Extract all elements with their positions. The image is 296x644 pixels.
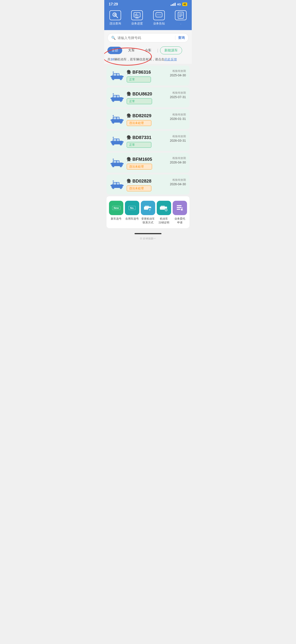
car-right-1: 检验有效期 2025-07-31 (170, 91, 186, 99)
service-cancel-cert[interactable]: 机动车注销证明 (156, 201, 171, 224)
car-status-4: 违法未处理 (127, 164, 152, 170)
car-left-1: 鲁 BDU8620 正常 (110, 91, 152, 104)
nav-item-docs[interactable]: . (175, 10, 187, 26)
car-card-3[interactable]: 鲁 BD87331 正常 检验有效期 2026-03-31 (107, 131, 189, 151)
inspection-label-2: 检验有效期 (170, 113, 186, 116)
car-status-3: 正常 (127, 142, 151, 148)
car-plate-2: 鲁 BD82029 (127, 113, 151, 119)
summary-section: 共10辆机动车，若车辆信息有误，请点击此处反馈 (104, 56, 192, 64)
service-label-new-car: 新车选号 (111, 217, 122, 221)
svg-point-92 (148, 208, 151, 212)
summary-prefix: 共 (107, 58, 111, 61)
svg-rect-70 (114, 161, 116, 163)
service-label-change-contact: 变更机动车联系方式 (141, 217, 155, 224)
services-grid: New 新车选号 No. 在用车选号 (109, 201, 187, 224)
svg-rect-46 (114, 117, 116, 119)
car-left-0: 鲁 BF86316 正常 (110, 69, 151, 82)
svg-rect-82 (114, 182, 116, 184)
car-plate-5: 鲁 BD02828 (127, 178, 151, 184)
service-used-car[interactable]: No. 在用车选号 (125, 201, 140, 224)
car-card-5[interactable]: 鲁 BD02828 违法未处理 检验有效期 2026-04-30 (107, 174, 189, 194)
car-left-5: 鲁 BD02828 违法未处理 (110, 178, 151, 191)
car-plate-0: 鲁 BF86316 (127, 69, 151, 75)
service-new-car[interactable]: New 新车选号 (109, 201, 124, 224)
car-right-3: 检验有效期 2026-03-31 (170, 134, 186, 142)
car-right-5: 检验有效期 2026-04-30 (170, 178, 186, 186)
svg-rect-61 (122, 141, 124, 142)
nav-label-violation: 违法查询 (109, 22, 121, 26)
car-card-2[interactable]: 鲁 BD82029 违法未处理 检验有效期 2026-01-31 (107, 109, 189, 129)
feedback-link[interactable]: 此处反馈 (164, 58, 177, 61)
search-icon: 🔍 (111, 36, 116, 40)
car-details-2: 鲁 BD82029 违法未处理 (127, 113, 151, 126)
header-nav: 违 违法查询 业务进度 业务告知 (104, 8, 192, 30)
watermark: O 10 科技新一 (104, 236, 192, 242)
cancel-cert-icon (157, 201, 171, 215)
inspection-date-1: 2025-07-31 (170, 95, 186, 99)
filter-tab-small[interactable]: 小车 (141, 47, 155, 54)
new-car-icon: New (109, 201, 123, 215)
car-details-0: 鲁 BF86316 正常 (127, 69, 151, 82)
service-entrust[interactable]: 业务委托申请 (172, 201, 187, 224)
nav-label-notice: 业务告知 (153, 22, 165, 26)
car-plate-3: 鲁 BD87331 (127, 134, 151, 140)
filter-tab-new-energy[interactable]: 新能源车 (160, 46, 182, 54)
svg-rect-35 (117, 96, 119, 98)
search-button[interactable]: 查询 (175, 36, 185, 40)
nav-item-violation[interactable]: 违 违法查询 (109, 10, 121, 26)
inspection-label-5: 检验有效期 (170, 178, 186, 182)
svg-line-105 (182, 208, 182, 208)
svg-rect-72 (111, 163, 112, 164)
svg-rect-22 (114, 74, 116, 76)
svg-point-90 (144, 207, 146, 209)
car-plate-1: 鲁 BDU8620 (127, 91, 152, 97)
violation-icon: 违 (109, 10, 121, 20)
svg-rect-104 (177, 209, 180, 210)
notice-icon (153, 10, 165, 20)
filter-tab-all[interactable]: 全部 (107, 47, 122, 54)
svg-rect-83 (117, 182, 119, 184)
car-card-4[interactable]: 鲁 BFM1605 违法未处理 检验有效期 2026-04-30 (107, 153, 189, 173)
car-right-0: 检验有效期 2025-04-30 (170, 69, 186, 77)
network-label: 4G (177, 3, 181, 6)
car-plate-4: 鲁 BFM1605 (127, 156, 152, 162)
car-status-2: 违法未处理 (127, 120, 151, 126)
svg-rect-103 (177, 207, 182, 208)
inspection-label-4: 检验有效期 (170, 156, 186, 160)
svg-rect-48 (111, 120, 112, 121)
status-time: 17:29 (109, 2, 118, 6)
entrust-icon (173, 201, 187, 215)
service-change-contact[interactable]: 变更机动车联系方式 (141, 201, 156, 224)
inspection-label-3: 检验有效期 (170, 134, 186, 138)
summary-count: 10 (111, 58, 114, 61)
svg-rect-24 (111, 76, 112, 77)
car-left-3: 鲁 BD87331 正常 (110, 134, 151, 148)
svg-rect-47 (117, 117, 119, 119)
car-status-1: 正常 (127, 98, 152, 104)
inspection-label-1: 检验有效期 (170, 91, 186, 95)
car-card-1[interactable]: 鲁 BDU8620 正常 检验有效期 2025-07-31 (107, 87, 189, 107)
used-car-icon: No. (125, 201, 139, 215)
car-details-3: 鲁 BD87331 正常 (127, 134, 151, 148)
car-icon-5 (110, 180, 124, 190)
filter-tab-big[interactable]: 大车 (124, 47, 139, 54)
search-input[interactable] (118, 36, 175, 40)
svg-rect-23 (117, 74, 119, 76)
car-card-0[interactable]: 鲁 BF86316 正常 检验有效期 2025-04-30 (107, 66, 189, 86)
svg-rect-73 (122, 163, 124, 164)
car-status-0: 正常 (127, 76, 151, 82)
nav-item-progress[interactable]: 业务进度 (131, 10, 143, 26)
car-details-1: 鲁 BDU8620 正常 (127, 91, 152, 104)
svg-rect-71 (117, 161, 119, 163)
svg-line-1 (116, 16, 118, 18)
car-icon-4 (110, 158, 124, 168)
nav-item-notice[interactable]: 业务告知 (153, 10, 165, 26)
svg-rect-3 (134, 12, 140, 17)
status-bar: 17:29 4G 42 (104, 0, 192, 8)
car-icon-1 (110, 93, 124, 102)
inspection-date-4: 2026-04-30 (170, 160, 186, 164)
car-details-4: 鲁 BFM1605 违法未处理 (127, 156, 152, 170)
search-bar: 🔍 查询 (107, 33, 189, 42)
car-icon-3 (110, 136, 124, 146)
svg-rect-34 (114, 96, 116, 98)
